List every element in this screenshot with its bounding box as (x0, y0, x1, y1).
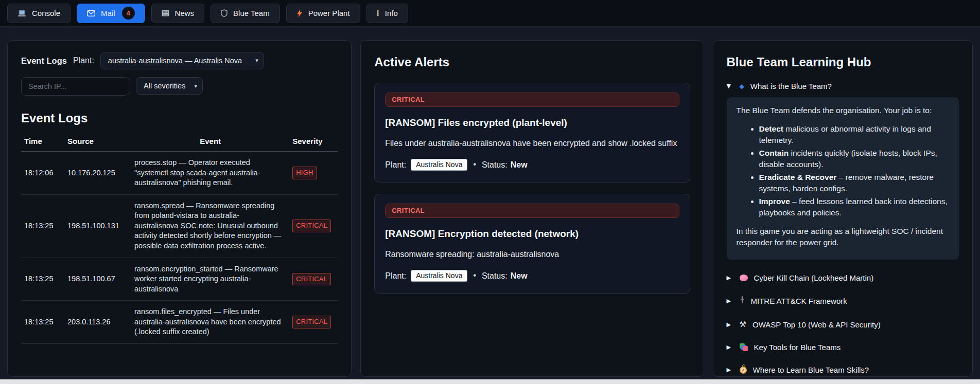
event-log-table: Time Source Event Severity 18:12:06 10.1… (21, 133, 338, 344)
alert-title: [RANSOM] Encryption detected (network) (385, 228, 679, 240)
event-text: ransom.spread — Ransomware spreading fro… (131, 194, 289, 258)
news-icon (162, 10, 169, 16)
triangle-right-icon: ▶ (727, 344, 733, 351)
lightning-icon (296, 9, 303, 17)
meta-separator: • (472, 271, 477, 281)
hub-section-label: OWASP Top 10 (Web & API Security) (752, 320, 881, 329)
tab-label: News (175, 9, 195, 17)
column-header-time: Time (21, 133, 64, 152)
page-bottom-strip (0, 379, 980, 384)
alert-card: CRITICAL [RANSOM] Files encrypted (plant… (374, 83, 690, 182)
tab-label: Console (32, 9, 60, 17)
tab-mail[interactable]: Mail 4 (77, 4, 145, 23)
triangle-right-icon: ▶ (727, 321, 733, 328)
hub-section-content: The Blue Team defends the organisation. … (727, 97, 959, 260)
triangle-right-icon: ▶ (727, 367, 733, 373)
hub-section-label: What is the Blue Team? (750, 82, 832, 90)
list-item: Contain incidents quickly (isolate hosts… (759, 148, 949, 170)
event-source: 198.51.100.131 (64, 194, 131, 258)
mail-unread-badge: 4 (122, 7, 135, 20)
severity-badge: CRITICAL (292, 316, 331, 328)
event-time: 18:13:25 (21, 194, 64, 258)
mail-icon (87, 10, 95, 16)
column-header-event: Event (131, 133, 289, 152)
alert-plant-label: Plant: (385, 271, 406, 281)
info-icon: i (377, 9, 379, 18)
hub-section-label: Where to Learn Blue Team Skills? (753, 365, 869, 374)
table-row: 18:13:25 203.0.113.26 ransom.files_encry… (21, 301, 338, 344)
compass-icon (740, 367, 747, 374)
alert-meta: Plant: Australis Nova • Status: New (385, 159, 679, 171)
hub-section-mitre-attack[interactable]: ▶ MITRE ATT&CK Framework (727, 296, 959, 306)
event-logs-section-title: Event Logs (21, 111, 338, 125)
tab-power-plant[interactable]: Power Plant (286, 4, 360, 23)
table-row: 18:12:06 10.176.20.125 process.stop — Op… (21, 152, 338, 195)
table-row: 18:13:25 198.51.100.67 ransom.encryption… (21, 258, 338, 301)
alert-description: Ransomware spreading: australia-australi… (385, 248, 679, 260)
event-time: 18:13:25 (21, 301, 64, 344)
alert-status-value: New (511, 160, 528, 170)
event-source: 203.0.113.26 (64, 301, 131, 344)
list-item: Eradicate & Recover – remove malware, re… (759, 172, 949, 194)
table-row: 18:13:25 198.51.100.131 ransom.spread — … (21, 194, 338, 258)
tab-info[interactable]: i Info (366, 4, 408, 23)
main-content: Event Logs Plant: australia-australisnov… (0, 27, 980, 377)
learning-hub-panel: Blue Team Learning Hub ▼ ◆ What is the B… (713, 40, 973, 377)
triangle-down-icon: ▼ (727, 83, 733, 89)
event-time: 18:13:25 (21, 258, 64, 301)
severity-badge: CRITICAL (292, 273, 331, 286)
list-item: Detect malicious or abnormal activity in… (759, 123, 949, 146)
hub-section-key-tools[interactable]: ▶ Key Tools for Blue Teams (727, 343, 959, 352)
layered-books-icon (740, 343, 748, 351)
column-header-severity: Severity (289, 133, 338, 152)
tab-console[interactable]: Console (7, 4, 71, 23)
hub-outro: In this game you are acting as a lightwe… (737, 226, 949, 248)
event-source: 198.51.100.67 (64, 258, 131, 301)
learning-hub-title: Blue Team Learning Hub (727, 55, 959, 69)
blue-diamond-icon: ◆ (740, 83, 744, 90)
alert-status-label: Status: (482, 160, 507, 170)
alert-title: [RANSOM] Files encrypted (plant-level) (385, 117, 679, 129)
tab-blue-team[interactable]: Blue Team (211, 4, 280, 23)
alert-meta: Plant: Australis Nova • Status: New (385, 270, 679, 282)
event-text: ransom.files_encrypted — Files under aus… (131, 301, 289, 344)
tab-label: Blue Team (233, 9, 270, 17)
tab-label: Mail (101, 9, 115, 17)
alert-description: Files under australia-australisnova have… (385, 137, 679, 149)
plant-label: Plant: (73, 56, 94, 65)
list-item: Improve – feed lessons learned back into… (759, 196, 949, 218)
event-text: ransom.encryption_started — Ransomware w… (131, 258, 289, 301)
hammer-and-pick-icon: ⚒ (740, 320, 746, 329)
brain-icon (740, 275, 748, 281)
tab-label: Power Plant (308, 9, 350, 17)
hub-bullet-list: Detect malicious or abnormal activity in… (759, 123, 949, 218)
alert-status-label: Status: (482, 271, 507, 281)
hub-section-label: Cyber Kill Chain (Lockheed Martin) (754, 273, 874, 282)
search-ip-input[interactable] (21, 77, 129, 96)
event-logs-panel: Event Logs Plant: australia-australisnov… (7, 40, 352, 377)
triangle-right-icon: ▶ (727, 275, 733, 281)
plant-chip: Australis Nova (411, 159, 467, 171)
active-alerts-title: Active Alerts (374, 55, 690, 69)
meta-separator: • (472, 160, 477, 170)
hub-section-where-to-learn[interactable]: ▶ Where to Learn Blue Team Skills? (727, 365, 959, 374)
severity-badge: HIGH (292, 167, 317, 179)
plant-select[interactable]: australia-australisnova — Australis Nova (100, 52, 264, 69)
hub-section-label: MITRE ATT&CK Framework (751, 297, 847, 305)
hub-section-cyber-kill-chain[interactable]: ▶ Cyber Kill Chain (Lockheed Martin) (727, 273, 959, 282)
column-header-source: Source (64, 133, 131, 152)
hub-section-label: Key Tools for Blue Teams (754, 343, 841, 352)
event-time: 18:12:06 (21, 152, 64, 195)
event-source: 10.176.20.125 (64, 152, 131, 195)
alert-severity-strip: CRITICAL (385, 93, 679, 107)
top-navigation: Console Mail 4 News Blue Team Power Plan… (0, 0, 980, 27)
hub-section-owasp-top10[interactable]: ▶ ⚒ OWASP Top 10 (Web & API Security) (727, 320, 959, 329)
alert-severity-strip: CRITICAL (385, 204, 679, 218)
hub-section-what-is-blue-team[interactable]: ▼ ◆ What is the Blue Team? (727, 82, 959, 90)
tab-news[interactable]: News (151, 4, 205, 23)
dagger-icon (740, 296, 745, 306)
severity-filter-select[interactable]: All severities (136, 77, 203, 95)
event-text: process.stop — Operator executed "system… (131, 152, 289, 195)
hub-intro: The Blue Team defends the organisation. … (737, 105, 949, 116)
tab-label: Info (385, 9, 398, 17)
